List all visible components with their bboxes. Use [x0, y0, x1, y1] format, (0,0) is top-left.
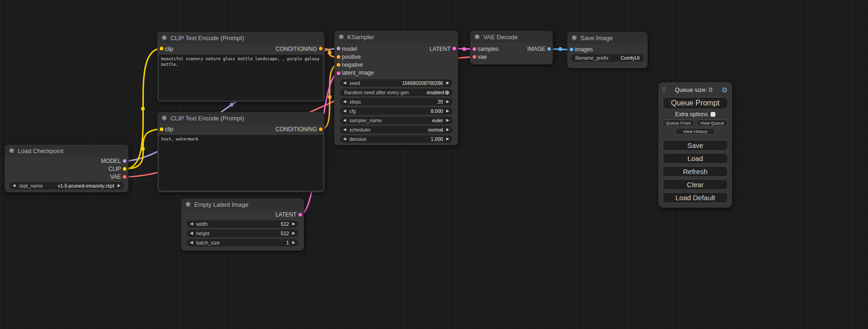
collapse-dot-icon[interactable]	[162, 35, 167, 40]
input-label-latent-image: latent_image	[342, 70, 374, 76]
wire-midpoint-dot	[328, 95, 332, 99]
load-button[interactable]: Load	[663, 153, 728, 164]
wire-midpoint-dot	[141, 107, 145, 111]
widget-value: 1.000	[431, 136, 443, 142]
queue-size-label: Queue size: 0	[675, 86, 712, 93]
collapse-dot-icon[interactable]	[475, 35, 480, 39]
widget-value: 512	[281, 231, 289, 236]
widget-value: ComfyUI	[621, 55, 640, 61]
prompt-textarea[interactable]: beautiful scenery nature glass bottle la…	[159, 55, 323, 100]
collapse-dot-icon[interactable]	[162, 116, 167, 120]
decrement-arrow-icon[interactable]: ◀	[343, 100, 346, 104]
increment-arrow-icon[interactable]: ▶	[446, 109, 449, 113]
load-default-button[interactable]: Load Default	[663, 192, 728, 203]
collapse-dot-icon[interactable]	[186, 202, 191, 207]
node-title-bar[interactable]: KSampler	[334, 31, 458, 43]
widget-label: sampler_name	[349, 118, 381, 123]
decrement-arrow-icon[interactable]: ◀	[190, 231, 193, 235]
node-clip-text-encode-negative[interactable]: CLIP Text Encode (Prompt) clip CONDITION…	[157, 112, 325, 192]
node-clip-text-encode-positive[interactable]: CLIP Text Encode (Prompt) clip CONDITION…	[157, 32, 325, 102]
node-save-image[interactable]: Save Image images filename_prefix ComfyU…	[567, 32, 648, 68]
increment-arrow-icon[interactable]: ▶	[292, 241, 295, 245]
increment-arrow-icon[interactable]: ▶	[446, 137, 449, 141]
node-load-checkpoint[interactable]: Load Checkpoint MODEL CLIP VAE ◀ ckpt_na…	[5, 145, 128, 192]
scheduler-widget[interactable]: ◀ scheduler normal ▶	[340, 126, 452, 133]
widget-value: v1-5-pruned-emaonly.ckpt	[58, 183, 114, 189]
increment-arrow-icon[interactable]: ▶	[446, 100, 449, 104]
prompt-textarea[interactable]: text, watermark	[159, 135, 323, 190]
output-label-conditioning: CONDITIONING	[275, 46, 317, 52]
width-widget[interactable]: ◀ width 512 ▶	[187, 220, 298, 228]
settings-gear-icon[interactable]: ⚙	[722, 86, 728, 93]
widget-value: normal	[428, 127, 443, 133]
node-title-bar[interactable]: CLIP Text Encode (Prompt)	[157, 32, 325, 44]
view-history-button[interactable]: View History	[675, 128, 716, 135]
node-title: Save Image	[580, 35, 613, 42]
node-title: KSampler	[347, 34, 374, 41]
steps-widget[interactable]: ◀ steps 20 ▶	[340, 98, 452, 105]
input-label-clip: clip	[165, 126, 173, 133]
save-button[interactable]: Save	[663, 140, 728, 151]
node-empty-latent-image[interactable]: Empty Latent Image LATENT ◀ width 512 ▶ …	[181, 198, 304, 251]
sampler-name-widget[interactable]: ◀ sampler_name euler ▶	[340, 117, 452, 124]
wire-clip-to-negative	[125, 129, 162, 169]
decrement-arrow-icon[interactable]: ◀	[343, 128, 346, 132]
node-title-bar[interactable]: Save Image	[567, 32, 648, 44]
widget-value: 8.000	[431, 108, 443, 114]
input-label-positive: positive	[342, 54, 361, 60]
increment-arrow-icon[interactable]: ▶	[292, 231, 295, 235]
clear-button[interactable]: Clear	[663, 179, 728, 190]
ckpt-name-widget[interactable]: ◀ ckpt_name v1-5-pruned-emaonly.ckpt ▶	[9, 182, 124, 189]
output-label-image: IMAGE	[527, 46, 545, 52]
denoise-widget[interactable]: ◀ denoise 1.000 ▶	[340, 135, 452, 143]
queue-prompt-button[interactable]: Queue Prompt	[663, 97, 728, 109]
node-title: CLIP Text Encode (Prompt)	[170, 35, 244, 42]
toggle-dot-icon[interactable]	[445, 91, 449, 95]
batch-size-widget[interactable]: ◀ batch_size 1 ▶	[187, 239, 298, 246]
node-title-bar[interactable]: CLIP Text Encode (Prompt)	[157, 112, 325, 124]
increment-arrow-icon[interactable]: ▶	[446, 119, 449, 122]
decrement-arrow-icon[interactable]: ◀	[190, 241, 193, 245]
collapse-dot-icon[interactable]	[9, 148, 14, 153]
output-label-conditioning: CONDITIONING	[275, 126, 317, 133]
increment-arrow-icon[interactable]: ▶	[292, 222, 295, 226]
output-label-latent: LATENT	[275, 211, 296, 218]
height-widget[interactable]: ◀ height 512 ▶	[187, 230, 298, 237]
queue-menu-panel: Queue size: 0 ⚙ Queue Prompt Extra optio…	[658, 82, 732, 208]
decrement-arrow-icon[interactable]: ◀	[13, 184, 15, 188]
collapse-dot-icon[interactable]	[339, 35, 344, 39]
node-title-bar[interactable]: Load Checkpoint	[5, 145, 128, 157]
decrement-arrow-icon[interactable]: ◀	[343, 109, 346, 113]
widget-value: 512	[281, 221, 289, 227]
seed-widget[interactable]: ◀ seed 156680208700286 ▶	[340, 79, 452, 87]
random-seed-toggle-widget[interactable]: Random seed after every gen enabled	[340, 89, 452, 96]
node-title-bar[interactable]: VAE Decode	[470, 31, 553, 43]
extra-options-checkbox[interactable]	[711, 112, 715, 117]
widget-label: scheduler	[349, 127, 371, 133]
cfg-widget[interactable]: ◀ cfg 8.000 ▶	[340, 107, 452, 115]
output-label-latent: LATENT	[430, 46, 451, 52]
widget-value: euler	[432, 118, 443, 123]
collapse-dot-icon[interactable]	[572, 35, 577, 40]
decrement-arrow-icon[interactable]: ◀	[343, 81, 346, 85]
widget-value: enabled	[427, 90, 444, 95]
node-title: VAE Decode	[483, 34, 517, 41]
node-title-bar[interactable]: Empty Latent Image	[181, 198, 304, 210]
increment-arrow-icon[interactable]: ▶	[118, 184, 120, 188]
output-label-vae: VAE	[110, 174, 121, 180]
decrement-arrow-icon[interactable]: ◀	[190, 222, 193, 226]
view-queue-button[interactable]: View Queue	[697, 119, 728, 126]
drag-handle-icon[interactable]	[663, 87, 665, 92]
refresh-button[interactable]: Refresh	[663, 166, 728, 177]
increment-arrow-icon[interactable]: ▶	[446, 128, 449, 132]
widget-label: steps	[349, 99, 361, 105]
node-title: CLIP Text Encode (Prompt)	[170, 115, 244, 122]
decrement-arrow-icon[interactable]: ◀	[343, 137, 346, 141]
filename-prefix-widget[interactable]: filename_prefix ComfyUI	[571, 54, 644, 62]
node-vae-decode[interactable]: VAE Decode samples IMAGE vae	[470, 31, 553, 64]
increment-arrow-icon[interactable]: ▶	[446, 81, 449, 85]
queue-front-button[interactable]: Queue Front	[663, 119, 694, 126]
output-label-model: MODEL	[101, 158, 121, 164]
node-ksampler[interactable]: KSampler model LATENT positive negative …	[334, 31, 458, 145]
decrement-arrow-icon[interactable]: ◀	[343, 119, 346, 122]
